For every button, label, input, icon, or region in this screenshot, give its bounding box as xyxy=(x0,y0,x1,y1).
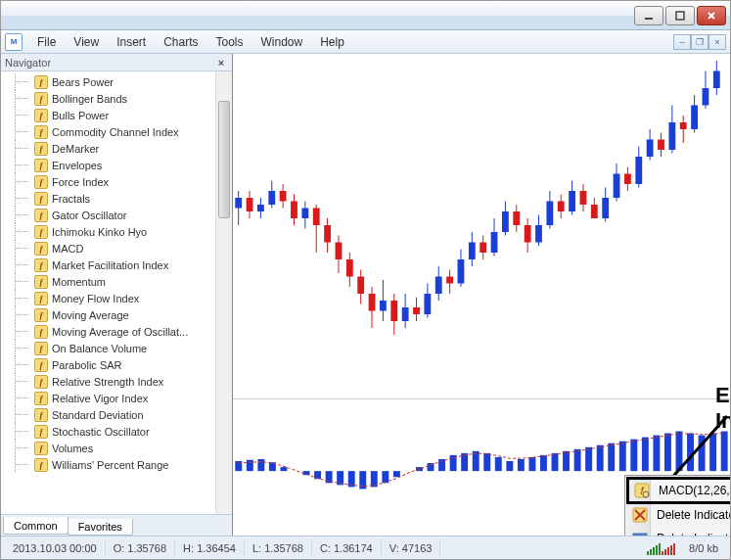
indicator-item[interactable]: fStochastic Oscillator xyxy=(5,423,232,440)
svg-rect-51 xyxy=(491,232,498,253)
indicator-item[interactable]: fMoving Average xyxy=(5,306,232,323)
indicator-item[interactable]: fMoney Flow Index xyxy=(5,290,232,306)
minimize-button[interactable] xyxy=(634,6,663,25)
tab-common[interactable]: Common xyxy=(3,517,69,535)
status-close: C: 1.36174 xyxy=(312,539,382,557)
svg-rect-19 xyxy=(313,209,320,226)
indicator-label: Envelopes xyxy=(52,160,102,171)
indicator-item[interactable]: fParabolic SAR xyxy=(5,356,232,373)
indicator-item[interactable]: fWilliams' Percent Range xyxy=(5,456,232,473)
delete-indicator-icon xyxy=(631,506,649,524)
annotation-label: Edit Indicator xyxy=(715,383,730,434)
indicator-icon: f xyxy=(34,125,48,139)
maximize-button[interactable] xyxy=(665,6,695,25)
properties-icon: f xyxy=(633,482,651,499)
svg-rect-67 xyxy=(580,191,587,205)
indicator-icon: f xyxy=(34,392,48,405)
mdi-minimize-button[interactable]: – xyxy=(673,34,691,50)
ctx-delete-window-label: Delete Indicator Window xyxy=(657,532,730,536)
mdi-close-button[interactable]: × xyxy=(708,34,726,50)
indicator-label: Stochastic Oscillator xyxy=(52,426,150,438)
svg-rect-11 xyxy=(268,191,275,205)
indicator-icon: f xyxy=(34,275,48,289)
indicator-label: Williams' Percent Range xyxy=(52,459,168,471)
indicator-item[interactable]: fMomentum xyxy=(5,273,232,290)
indicator-item[interactable]: fIchimoku Kinko Hyo xyxy=(5,223,232,240)
svg-rect-13 xyxy=(280,191,287,202)
status-connection[interactable]: 8/0 kb xyxy=(681,539,726,557)
mdi-restore-button[interactable]: ❐ xyxy=(691,34,708,50)
close-button[interactable] xyxy=(697,6,726,25)
menu-help[interactable]: Help xyxy=(311,33,353,51)
indicator-icon: f xyxy=(34,358,48,372)
scrollbar[interactable] xyxy=(215,71,232,514)
indicator-item[interactable]: fOn Balance Volume xyxy=(5,340,232,356)
indicator-item[interactable]: fBulls Power xyxy=(5,107,232,123)
ctx-properties[interactable]: f MACD(12,26,9) properties... xyxy=(626,477,730,504)
svg-rect-23 xyxy=(336,243,343,260)
context-menu: f MACD(12,26,9) properties... Delete Ind… xyxy=(624,475,730,536)
indicator-item[interactable]: fDeMarker xyxy=(5,140,232,157)
indicator-icon: f xyxy=(34,192,48,206)
indicator-label: Parabolic SAR xyxy=(52,359,122,371)
indicator-icon: f xyxy=(34,175,48,189)
delete-window-icon xyxy=(631,530,649,536)
svg-rect-87 xyxy=(691,106,698,130)
menu-view[interactable]: View xyxy=(65,33,108,51)
menu-window[interactable]: Window xyxy=(252,33,312,51)
navigator-title: Navigator × xyxy=(1,54,232,71)
navigator-close-icon[interactable]: × xyxy=(214,56,228,70)
indicator-item[interactable]: fMarket Facilitation Index xyxy=(5,257,232,273)
svg-rect-29 xyxy=(369,294,376,311)
navigator-tree[interactable]: fBears PowerfBollinger BandsfBulls Power… xyxy=(1,71,232,514)
indicator-item[interactable]: fEnvelopes xyxy=(5,157,232,173)
indicator-icon: f xyxy=(34,75,48,89)
status-datetime: 2013.10.03 00:00 xyxy=(5,539,106,557)
indicator-item[interactable]: fRelative Vigor Index xyxy=(5,390,232,406)
svg-rect-31 xyxy=(380,301,387,311)
indicator-item[interactable]: fFractals xyxy=(5,190,232,207)
indicator-icon: f xyxy=(34,408,48,422)
indicator-item[interactable]: fStandard Deviation xyxy=(5,406,232,423)
indicator-item[interactable]: fRelative Strength Index xyxy=(5,373,232,390)
indicator-item[interactable]: fCommodity Channel Index xyxy=(5,123,232,140)
status-volume: V: 47163 xyxy=(382,539,441,557)
svg-rect-59 xyxy=(535,225,542,243)
navigator-tabs: Common Favorites xyxy=(1,514,232,536)
indicator-icon: f xyxy=(34,325,48,339)
svg-rect-27 xyxy=(357,277,364,295)
indicator-label: Moving Average of Oscillat... xyxy=(52,326,188,338)
indicator-label: Moving Average xyxy=(52,309,129,321)
indicator-item[interactable]: fGator Oscillator xyxy=(5,207,232,223)
indicator-item[interactable]: fBears Power xyxy=(5,73,232,90)
indicator-item[interactable]: fBollinger Bands xyxy=(5,90,232,107)
status-high: H: 1.36454 xyxy=(175,539,245,557)
indicator-item[interactable]: fMACD xyxy=(5,240,232,257)
tab-favorites[interactable]: Favorites xyxy=(68,519,133,536)
chart-area[interactable]: Edit Indicator f MACD(12,26,9) propertie… xyxy=(233,54,730,536)
menu-file[interactable]: File xyxy=(28,33,65,51)
menu-tools[interactable]: Tools xyxy=(207,33,252,51)
svg-rect-71 xyxy=(602,198,609,218)
indicator-label: DeMarker xyxy=(52,143,99,155)
svg-rect-81 xyxy=(658,140,664,151)
indicator-label: Bulls Power xyxy=(52,110,109,121)
indicator-label: Ichimoku Kinko Hyo xyxy=(52,226,147,238)
menu-insert[interactable]: Insert xyxy=(108,33,155,51)
indicator-item[interactable]: fVolumes xyxy=(5,440,232,456)
indicator-label: Standard Deviation xyxy=(52,409,144,421)
indicator-item[interactable]: fMoving Average of Oscillat... xyxy=(5,323,232,340)
svg-rect-9 xyxy=(257,205,264,211)
svg-rect-89 xyxy=(703,88,709,106)
ctx-delete-window[interactable]: Delete Indicator Window xyxy=(627,527,730,536)
svg-rect-35 xyxy=(402,307,409,321)
candlestick-chart[interactable] xyxy=(233,54,722,397)
scrollbar-thumb[interactable] xyxy=(218,101,230,218)
indicator-label: Force Index xyxy=(52,176,109,188)
indicator-item[interactable]: fForce Index xyxy=(5,173,232,190)
ctx-delete-indicator[interactable]: Delete Indicator xyxy=(627,503,730,527)
indicator-icon: f xyxy=(34,458,48,472)
menu-charts[interactable]: Charts xyxy=(155,33,206,51)
indicator-icon: f xyxy=(34,308,48,322)
navigator-title-text: Navigator xyxy=(5,57,51,69)
